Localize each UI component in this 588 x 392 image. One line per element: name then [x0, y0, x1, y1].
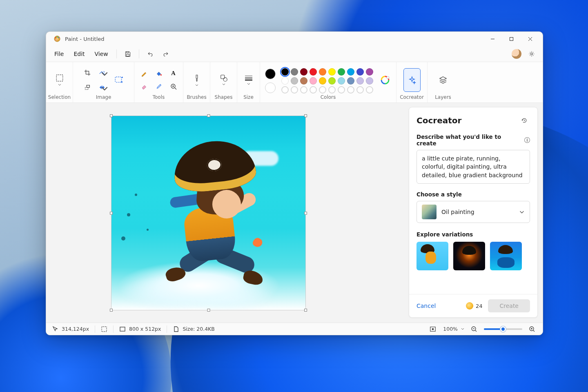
color-secondary[interactable]: [265, 82, 276, 93]
color-swatch[interactable]: [310, 68, 317, 76]
selection-handle[interactable]: [207, 114, 210, 117]
rotate-tool[interactable]: [80, 81, 94, 94]
variation-thumb-3[interactable]: [490, 242, 522, 270]
svg-point-17: [160, 74, 162, 76]
create-button[interactable]: Create: [488, 299, 530, 312]
prompt-input[interactable]: a little cute pirate, running, colorful,…: [416, 150, 530, 184]
color-swatch-empty[interactable]: [328, 86, 336, 94]
color-primary[interactable]: [265, 69, 276, 79]
selection-handle[interactable]: [110, 212, 113, 214]
avatar[interactable]: [512, 49, 521, 59]
canvas-size-icon: [119, 326, 126, 332]
zoom-in-button[interactable]: [527, 324, 537, 334]
color-swatch[interactable]: [347, 77, 354, 85]
color-swatch-empty[interactable]: [338, 86, 345, 94]
zoom-out-button[interactable]: [469, 324, 479, 334]
image-generate-tool[interactable]: [111, 71, 127, 89]
color-swatch[interactable]: [356, 68, 364, 76]
selection-handle[interactable]: [304, 212, 307, 214]
settings-button[interactable]: [525, 48, 539, 60]
color-swatch-empty[interactable]: [319, 86, 326, 94]
color-swatch[interactable]: [319, 77, 326, 85]
resize-tool[interactable]: [95, 67, 109, 79]
color-swatch[interactable]: [281, 77, 289, 85]
color-swatch[interactable]: [366, 68, 373, 76]
cocreator-button[interactable]: [403, 68, 421, 92]
variations-label: Explore variations: [416, 231, 530, 238]
pencil-tool[interactable]: [137, 67, 151, 80]
zoom-dropdown[interactable]: 100%: [443, 326, 464, 332]
menu-edit[interactable]: Edit: [69, 48, 89, 60]
style-picker[interactable]: Oil painting: [416, 201, 530, 223]
window-minimize-button[interactable]: [483, 32, 502, 46]
selection-handle[interactable]: [110, 309, 113, 312]
color-swatch-empty[interactable]: [347, 86, 354, 94]
color-swatch-empty[interactable]: [300, 86, 307, 94]
color-swatch[interactable]: [366, 77, 373, 85]
color-swatch[interactable]: [300, 68, 307, 76]
text-tool[interactable]: A: [167, 67, 180, 80]
color-swatch[interactable]: [300, 77, 307, 85]
save-button[interactable]: [121, 48, 135, 60]
ribbon-label-brushes: Brushes: [187, 94, 206, 101]
svg-rect-6: [510, 37, 513, 40]
svg-point-2: [57, 36, 58, 38]
color-swatch[interactable]: [310, 77, 317, 85]
fit-to-window-button[interactable]: [428, 324, 438, 334]
layers-button[interactable]: [434, 68, 452, 92]
info-icon[interactable]: i: [524, 137, 530, 143]
color-swatch-empty[interactable]: [356, 86, 364, 94]
color-swatch[interactable]: [319, 68, 326, 76]
canvas[interactable]: [111, 116, 305, 310]
selection-handle[interactable]: [110, 114, 113, 117]
menu-file[interactable]: File: [50, 48, 68, 60]
describe-label-text: Describe what you'd like to create: [416, 134, 522, 147]
size-tool[interactable]: [240, 68, 257, 92]
style-thumb: [422, 205, 437, 219]
window-close-button[interactable]: [521, 32, 539, 46]
history-button[interactable]: [519, 115, 530, 126]
svg-line-37: [533, 330, 535, 332]
color-swatch-empty[interactable]: [291, 86, 298, 94]
color-swatch[interactable]: [281, 68, 289, 76]
file-size-icon: [173, 326, 179, 332]
selection-handle[interactable]: [304, 114, 307, 117]
color-swatch[interactable]: [291, 68, 298, 76]
eraser-tool[interactable]: [137, 80, 151, 93]
separator: [139, 49, 139, 58]
edit-colors-button[interactable]: [379, 74, 391, 86]
svg-rect-9: [127, 51, 129, 53]
paint-app-icon: [53, 35, 61, 42]
color-swatch[interactable]: [338, 68, 345, 76]
color-swatch[interactable]: [328, 68, 336, 76]
color-swatch[interactable]: [291, 77, 298, 85]
color-swatch[interactable]: [356, 77, 364, 85]
color-swatch[interactable]: [338, 77, 345, 85]
color-swatch-empty[interactable]: [281, 86, 289, 94]
color-swatch[interactable]: [328, 77, 336, 85]
zoom-slider[interactable]: [484, 328, 522, 330]
shapes-tool[interactable]: [215, 68, 232, 92]
cancel-button[interactable]: Cancel: [416, 303, 436, 309]
flip-tool[interactable]: [95, 81, 109, 94]
variation-thumb-2[interactable]: [453, 242, 485, 270]
crop-tool[interactable]: [80, 67, 94, 79]
menu-view[interactable]: View: [91, 48, 112, 60]
color-swatch-empty[interactable]: [310, 86, 317, 94]
color-swatch-empty[interactable]: [366, 86, 373, 94]
brushes-tool[interactable]: [188, 68, 205, 92]
window-maximize-button[interactable]: [502, 32, 521, 46]
color-swatch[interactable]: [347, 68, 354, 76]
selection-handle[interactable]: [304, 309, 307, 312]
selection-tool[interactable]: [51, 68, 68, 92]
fill-tool[interactable]: [152, 67, 166, 80]
redo-button[interactable]: [159, 48, 173, 60]
svg-rect-12: [56, 75, 62, 81]
selection-handle[interactable]: [207, 309, 210, 312]
color-picker-tool[interactable]: [152, 80, 166, 93]
canvas-area[interactable]: [46, 103, 409, 323]
undo-button[interactable]: [143, 48, 157, 60]
ribbon-label-size: Size: [243, 94, 254, 101]
magnifier-tool[interactable]: [167, 80, 180, 93]
variation-thumb-1[interactable]: [416, 242, 448, 270]
